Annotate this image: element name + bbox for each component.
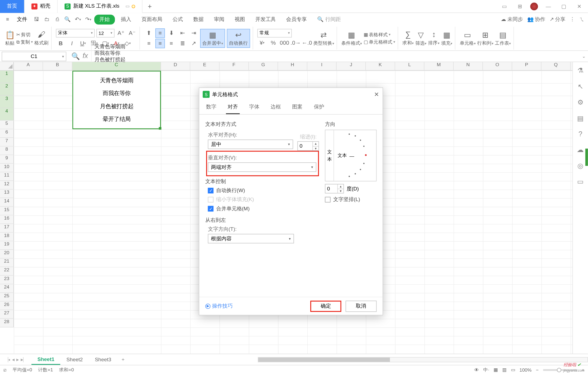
side-select-icon[interactable]: ↖ — [578, 82, 583, 90]
search-box[interactable]: 🔍 行间距 — [317, 16, 341, 23]
row-header[interactable]: 4 — [0, 108, 14, 121]
row-header[interactable]: 25 — [0, 293, 14, 302]
sheet-first-icon[interactable]: ⎹◂ — [4, 356, 10, 362]
dialog-titlebar[interactable]: S 单元格格式 ✕ — [199, 88, 383, 101]
print-icon[interactable]: ⎙ — [53, 15, 62, 24]
view-break-icon[interactable]: ▭ — [511, 367, 515, 373]
col-header[interactable]: O — [483, 62, 512, 70]
col-header[interactable]: E — [190, 62, 220, 70]
side-props-icon[interactable]: ▤ — [577, 114, 584, 122]
copy-button[interactable]: ⧉ 复制▾ — [16, 38, 33, 45]
font-name-combo[interactable]: 宋体▾ — [56, 29, 95, 37]
save-as-icon[interactable]: 🗀 — [43, 15, 51, 24]
vertical-text-checkbox-row[interactable]: 文字竖排(L) — [325, 196, 377, 203]
merged-cell[interactable]: 天青色等烟雨 而我在等你 月色被打捞起 晕开了结局 — [72, 71, 161, 129]
side-tool-icon[interactable]: ⚗ — [577, 66, 583, 74]
select-all-corner[interactable] — [0, 62, 14, 70]
text-dir-combo[interactable]: 根据内容▾ — [208, 234, 294, 243]
tab-menu-icon[interactable]: ▭ — [125, 4, 129, 8]
side-help-icon[interactable]: ? — [578, 130, 582, 138]
ok-button[interactable]: 确定 — [310, 301, 341, 312]
more-icon[interactable]: ⋮ — [570, 16, 575, 22]
col-header[interactable]: D — [161, 62, 190, 70]
increase-font-icon[interactable]: A⁺ — [116, 28, 126, 38]
row-header[interactable]: 26 — [0, 302, 14, 310]
menu-file[interactable]: 文件 — [13, 16, 30, 23]
col-header[interactable]: N — [454, 62, 483, 70]
row-header[interactable]: 21 — [0, 259, 14, 267]
menu-view[interactable]: 视图 — [230, 16, 249, 23]
align-bottom-icon[interactable]: ⬇ — [167, 28, 176, 38]
sheet-prev-icon[interactable]: ◂ — [12, 356, 14, 362]
dialog-close-button[interactable]: ✕ — [374, 91, 379, 98]
row-header[interactable]: 27 — [0, 310, 14, 319]
col-header[interactable]: C — [72, 62, 161, 70]
wrap-checkbox-row[interactable]: ✓自动换行(W) — [208, 187, 319, 194]
row-header[interactable]: 14 — [0, 198, 14, 207]
zoom-label[interactable]: 100% — [519, 367, 531, 372]
row-header[interactable]: 3 — [0, 96, 14, 108]
orientation-box[interactable]: 文本 文本 — — [325, 130, 377, 181]
row-header[interactable]: 23 — [0, 276, 14, 284]
side-cloud-icon[interactable]: ☁ — [577, 145, 584, 154]
number-format-combo[interactable]: 常规▾ — [257, 29, 292, 37]
italic-button[interactable]: I — [67, 38, 77, 48]
dialog-tab-pattern[interactable]: 图案 — [290, 101, 304, 114]
menu-dev-tools[interactable]: 开发工具 — [251, 16, 280, 23]
cut-button[interactable]: ✂ 剪切 — [16, 31, 33, 38]
fill-handle[interactable] — [159, 127, 161, 129]
row-header[interactable]: 1 — [0, 71, 14, 83]
sheet-add-button[interactable]: + — [117, 356, 129, 362]
table-style-button[interactable]: ▦ 表格样式▾ — [364, 31, 395, 38]
col-header[interactable]: K — [366, 62, 395, 70]
side-settings-icon[interactable]: ⚙ — [577, 98, 583, 106]
fx-icon[interactable]: fx — [83, 52, 88, 60]
bold-button[interactable]: B — [56, 38, 66, 48]
sheet-tab[interactable]: Sheet1 — [31, 354, 60, 365]
col-header[interactable]: G — [249, 62, 278, 70]
spin-up-icon[interactable]: ▲ — [313, 142, 318, 146]
align-top-icon[interactable]: ⬆ — [144, 28, 154, 38]
apps-icon[interactable]: ⊞ — [515, 1, 525, 11]
decrease-font-icon[interactable]: A⁻ — [127, 28, 137, 38]
row-header[interactable]: 6 — [0, 129, 14, 138]
user-avatar[interactable] — [530, 2, 538, 10]
layout-icon[interactable]: ▭ — [499, 1, 510, 11]
font-size-combo[interactable]: 12▾ — [96, 29, 114, 37]
redo-icon[interactable]: ↷▾ — [84, 15, 93, 24]
undo-icon[interactable]: ↶▾ — [74, 15, 82, 24]
h-align-combo[interactable]: 居中▾ — [208, 140, 293, 149]
unsync-button[interactable]: ☁ 未同步 — [501, 16, 523, 23]
tab-home[interactable]: 首页 — [0, 0, 24, 13]
col-header[interactable]: J — [336, 62, 366, 70]
formula-expand-icon[interactable]: ⌄ — [579, 54, 588, 59]
sheet-tab[interactable]: Sheet2 — [60, 355, 89, 364]
minimize-button[interactable]: — — [543, 1, 553, 11]
col-header[interactable]: H — [278, 62, 307, 70]
tab-file[interactable]: S 新建 XLS 工作表.xls ▭ — [58, 0, 143, 13]
sheet-next-icon[interactable]: ▸ — [16, 356, 19, 362]
row-header[interactable]: 28 — [0, 319, 14, 327]
col-header[interactable]: P — [512, 62, 541, 70]
status-mode-icon[interactable]: ⎚ — [4, 367, 7, 372]
degree-spinner[interactable]: 0 ▲▼ — [325, 184, 344, 193]
menu-start[interactable]: 开始 — [94, 14, 115, 24]
menu-member[interactable]: 会员专享 — [282, 16, 311, 23]
row-header[interactable]: 19 — [0, 241, 14, 250]
dialog-tab-font[interactable]: 字体 — [247, 101, 261, 114]
zoom-out-button[interactable]: − — [536, 367, 539, 372]
view-page-icon[interactable]: ▥ — [502, 367, 507, 373]
row-header[interactable]: 15 — [0, 207, 14, 216]
side-location-icon[interactable]: ◎ — [577, 162, 583, 170]
spin-down-icon[interactable]: ▼ — [313, 146, 318, 150]
v-align-combo[interactable]: 两端对齐▾ — [208, 162, 316, 172]
paste-button[interactable]: 📋粘贴 — [5, 30, 15, 46]
dialog-tab-align[interactable]: 对齐 — [226, 101, 240, 114]
menu-data[interactable]: 数据 — [189, 16, 208, 23]
orientation-vertical-text[interactable]: 文本 — [325, 130, 334, 181]
align-middle-icon[interactable]: ≡ — [155, 28, 165, 38]
row-header[interactable]: 12 — [0, 181, 14, 190]
col-header[interactable]: B — [43, 62, 72, 70]
row-header[interactable]: 8 — [0, 147, 14, 155]
merge-checkbox-row[interactable]: ✓合并单元格(M) — [208, 205, 319, 213]
